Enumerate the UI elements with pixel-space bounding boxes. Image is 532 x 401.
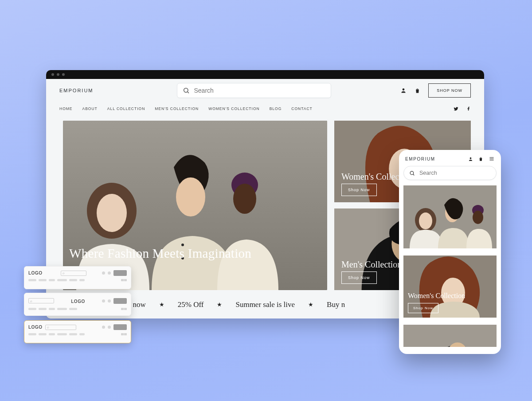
account-icon[interactable]: [400, 87, 407, 94]
svg-point-15: [470, 157, 472, 159]
svg-point-5: [97, 194, 127, 232]
bag-icon[interactable]: [415, 88, 420, 94]
nav-all-collection[interactable]: ALL COLLECTION: [107, 106, 145, 111]
svg-point-23: [419, 212, 432, 229]
star-icon: ★: [308, 301, 313, 308]
marquee-item: 25% Off: [178, 300, 204, 309]
layout-option-3-selected[interactable]: LOGO ⌕: [24, 320, 131, 343]
nav-home[interactable]: HOME: [59, 106, 73, 111]
shop-now-button[interactable]: Shop Now: [341, 184, 377, 196]
browser-titlebar: [46, 70, 484, 79]
marquee-item: Buy n: [327, 300, 345, 309]
nav-about[interactable]: ABOUT: [82, 106, 98, 111]
star-icon: ★: [217, 301, 222, 308]
marquee-item: Summer sale is live: [235, 300, 295, 309]
bag-icon[interactable]: [478, 157, 483, 161]
svg-point-19: [410, 171, 414, 175]
search-input[interactable]: [194, 87, 325, 94]
wire-search: ⌕: [61, 271, 86, 276]
shop-now-button[interactable]: SHOP NOW: [428, 83, 471, 98]
mobile-womens-card[interactable]: Women's Collection Shop Now: [403, 256, 497, 318]
mobile-header: EMPORIUM: [399, 150, 501, 166]
hero-title: Where Fashion Meets Imagination: [69, 246, 251, 261]
card-title: Men's Collection: [341, 259, 402, 270]
main-nav: HOME ABOUT ALL COLLECTION MEN'S COLLECTI…: [46, 102, 484, 115]
search-bar[interactable]: [177, 83, 331, 98]
svg-line-20: [413, 174, 415, 175]
svg-point-26: [473, 211, 483, 224]
shop-now-button[interactable]: Shop Now: [408, 303, 438, 313]
traffic-light-dot: [62, 73, 65, 76]
mobile-hero-card[interactable]: [403, 185, 497, 248]
wire-logo: LOGO: [28, 271, 42, 275]
svg-point-10: [233, 184, 256, 214]
facebook-icon[interactable]: [466, 106, 471, 111]
card-title: Women's Collection: [408, 292, 465, 300]
mobile-logo[interactable]: EMPORIUM: [405, 157, 435, 161]
nav-contact[interactable]: CONTACT: [291, 106, 312, 111]
wire-search: ⌕: [45, 325, 76, 330]
account-icon[interactable]: [468, 157, 473, 161]
header-actions: SHOP NOW: [400, 83, 471, 98]
svg-point-2: [403, 88, 405, 90]
search-icon: [183, 87, 190, 94]
star-icon: ★: [159, 301, 164, 308]
wire-logo: LOGO: [71, 299, 85, 304]
menu-icon[interactable]: [489, 156, 495, 161]
search-icon: [409, 170, 415, 176]
site-header: EMPORIUM SHOP NOW: [46, 79, 484, 102]
shop-now-button[interactable]: Shop Now: [341, 271, 377, 284]
nav-womens-collection[interactable]: WOMEN'S COLLECTION: [208, 106, 260, 111]
mobile-preview: EMPORIUM: [399, 150, 501, 354]
layout-option-1[interactable]: LOGO ⌕: [24, 266, 131, 289]
nav-mens-collection[interactable]: MEN'S COLLECTION: [155, 106, 199, 111]
site-logo[interactable]: EMPORIUM: [59, 88, 94, 93]
twitter-icon[interactable]: [454, 106, 458, 111]
traffic-light-dot: [51, 73, 54, 76]
mobile-mens-card-peek[interactable]: [403, 325, 497, 347]
svg-point-6: [176, 177, 205, 216]
traffic-light-dot: [57, 73, 59, 76]
svg-line-1: [187, 92, 188, 93]
svg-rect-29: [403, 325, 497, 347]
layout-option-2[interactable]: ⌕ LOGO: [24, 293, 131, 316]
mobile-search-bar[interactable]: [403, 166, 497, 180]
nav-blog[interactable]: BLOG: [270, 106, 282, 111]
wire-logo: LOGO: [28, 325, 42, 330]
mobile-search-input[interactable]: [419, 170, 491, 176]
wire-search: ⌕: [28, 298, 54, 303]
svg-point-0: [184, 88, 188, 92]
hero-banner[interactable]: Where Fashion Meets Imagination: [63, 121, 327, 290]
